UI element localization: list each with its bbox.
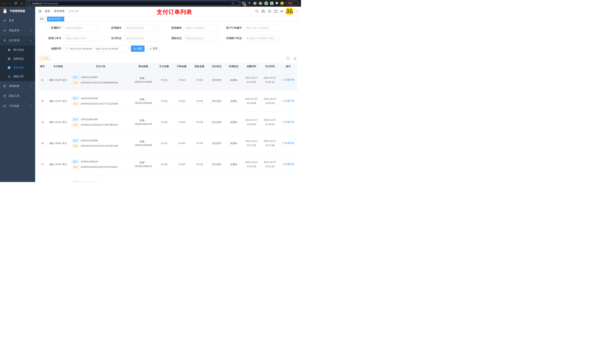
sidebar-item-home[interactable]: 首页 (0, 16, 35, 26)
yen-icon: ¥ (3, 39, 6, 42)
search-icon (282, 79, 284, 81)
app-logo[interactable]: 芋道管理系统 (0, 7, 35, 16)
avatar-caret-icon[interactable]: ▼ (296, 10, 298, 12)
chevron-down-icon (30, 29, 32, 32)
chevron-down-icon (215, 27, 217, 29)
sidebar-item-app-info[interactable]: 应用信息 (0, 54, 35, 63)
download-icon (41, 57, 43, 60)
sidebar-item-payment[interactable]: ¥ 支付管理 (0, 35, 35, 45)
briefcase-icon (3, 104, 6, 107)
search-icon (282, 100, 284, 102)
extension-gem-icon[interactable] (248, 2, 251, 5)
browser-back-button[interactable]: ← (2, 1, 6, 5)
tag-home[interactable]: 首页 (38, 17, 46, 21)
refresh-table-button[interactable] (292, 56, 298, 61)
profile-emoji-icon[interactable] (280, 2, 284, 5)
channel-order-no-input[interactable] (64, 35, 99, 42)
bookmark-star-icon[interactable]: ☆ (236, 2, 238, 5)
notify-status-select[interactable] (244, 35, 279, 42)
pay-tag: 支付 (72, 165, 79, 169)
browser-update-button[interactable]: 更新⋮ (286, 1, 298, 6)
view-detail-link[interactable]: 查看详情 (282, 78, 294, 82)
fullscreen-icon[interactable] (274, 10, 278, 13)
shop-icon (7, 48, 11, 52)
page-content: 所属商户 应用编号 渠道编码 (35, 22, 301, 182)
search-icon[interactable] (255, 10, 258, 13)
pay-status-select[interactable] (124, 35, 159, 42)
extension-badge: 10 (244, 4, 246, 6)
extension-chat-icon[interactable] (270, 2, 273, 5)
chevron-down-icon (155, 37, 157, 39)
document-icon (7, 75, 11, 78)
share-icon[interactable] (232, 2, 234, 5)
create-time-range-picker[interactable]: 2021-10-01 00:00:00 - 2021-10-31 23:59:5… (64, 45, 129, 52)
tags-view: 首页 支付订单 × (35, 16, 301, 22)
merchant-order-no-label: 商户订单编号 (225, 26, 244, 30)
breadcrumb-home[interactable]: 首页 (45, 10, 50, 13)
sidebar-item-dev-tools[interactable]: 研发工具 (0, 91, 35, 101)
sidebar-item-merchant-info[interactable]: 商户信息 (0, 45, 35, 54)
extension-y-icon[interactable]: Y (264, 1, 268, 5)
chevron-down-icon (30, 95, 32, 97)
merchant-tag: 商户 (72, 96, 79, 100)
font-size-icon[interactable]: ᴛT (280, 10, 283, 13)
extension-dot-icon[interactable] (259, 2, 262, 5)
merchant-select[interactable] (64, 25, 99, 31)
refund-status-label: 退款状态 (164, 37, 184, 40)
toggle-search-button[interactable] (285, 56, 291, 61)
extension-blocks-icon[interactable]: 10 (242, 2, 246, 5)
sidebar-item-infra[interactable]: 基础设施 (0, 81, 35, 91)
view-detail-link[interactable]: 查看详情 (282, 141, 294, 145)
channel-code-select[interactable] (184, 25, 219, 31)
page-annotation: 支付订单列表 (157, 8, 192, 16)
view-detail-link[interactable]: 查看详情 (282, 99, 294, 103)
browser-home-button[interactable]: ⌂ (20, 1, 24, 5)
sidebar-item-workflow[interactable]: 工作流程 (0, 101, 35, 111)
logo-rabbit-icon (2, 8, 8, 14)
merchant-tag: 商户 (72, 75, 79, 79)
sidebar-item-pay-order[interactable]: ¥ 支付订单 (0, 63, 35, 72)
breadcrumb-section[interactable]: 支付管理 (54, 10, 64, 13)
view-detail-link[interactable]: 查看详情 (282, 120, 294, 124)
pay-tag: 支付 (72, 123, 79, 127)
pay-status-label: 支付状态 (104, 37, 124, 40)
merchant-tag: 商户 (72, 160, 79, 164)
view-detail-link[interactable]: 查看详情 (282, 162, 294, 166)
create-time-start: 2021-10-01 00:00:00 (70, 47, 92, 50)
browser-menu-icon[interactable]: ⋮ (294, 2, 296, 5)
chevron-down-icon (215, 37, 217, 39)
table-row: 商户1635311354796 支付 (39, 175, 297, 182)
site-info-icon[interactable] (28, 2, 30, 5)
sidebar-collapse-icon[interactable] (38, 10, 42, 13)
merchant-tag: 商户 (72, 117, 79, 122)
merchant-tag: 商户 (72, 181, 79, 182)
refund-status-select[interactable] (184, 35, 219, 42)
refresh-icon (149, 48, 152, 50)
extension-command-icon[interactable]: ⌘ (253, 2, 257, 5)
sidebar-item-refund-order[interactable]: 退款订单 (0, 72, 35, 81)
extensions-puzzle-icon[interactable] (275, 2, 278, 5)
browser-forward-button[interactable]: → (8, 1, 12, 5)
app-select[interactable] (124, 25, 159, 31)
search-button[interactable]: 搜索 (131, 45, 145, 52)
help-icon[interactable] (268, 10, 271, 13)
sidebar-item-system[interactable]: ⚙ 系统管理 (0, 26, 35, 35)
reset-button[interactable]: 重置 (146, 45, 161, 52)
dashboard-icon (3, 19, 6, 22)
merchant-order-no-input[interactable] (244, 25, 279, 31)
tag-pay-order[interactable]: 支付订单 × (47, 17, 64, 21)
export-button[interactable]: 导出 (39, 56, 51, 61)
github-icon[interactable] (261, 10, 265, 13)
breadcrumb: 首页 / 支付管理 / 支付订单 (45, 10, 79, 13)
browser-reload-button[interactable] (14, 1, 18, 5)
user-avatar[interactable] (286, 8, 293, 15)
url-text: localhost:1024/pay/order (32, 2, 58, 5)
refresh-icon (294, 57, 296, 60)
pay-tag: 支付 (72, 102, 79, 106)
search-icon (282, 121, 284, 123)
tag-close-icon[interactable]: × (61, 18, 62, 20)
chevron-down-icon (30, 105, 32, 107)
active-dot (49, 18, 50, 20)
address-bar[interactable]: localhost:1024/pay/order ☆ (26, 1, 240, 6)
extensions-area: 10 ⌘ Y 更新⋮ (242, 1, 298, 6)
